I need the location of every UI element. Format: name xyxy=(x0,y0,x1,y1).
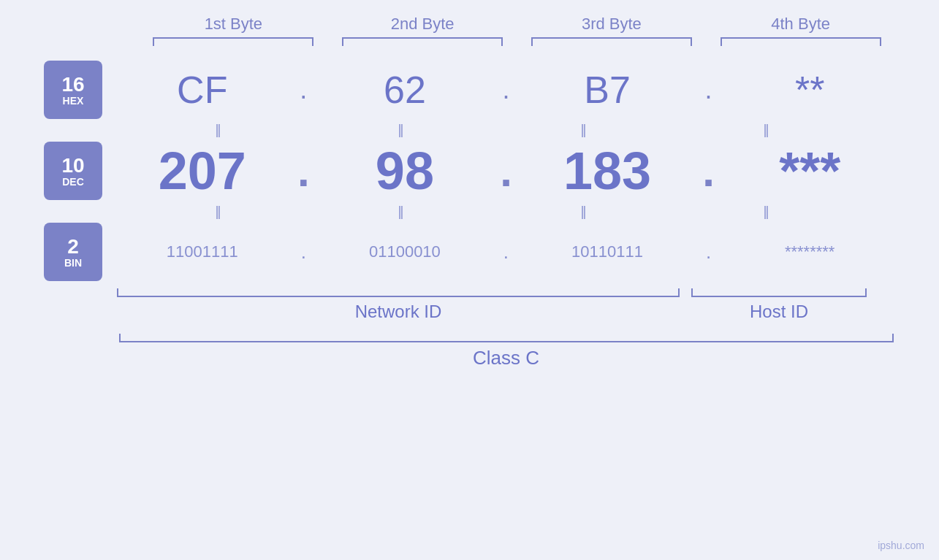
equals-row-2: ‖ ‖ ‖ ‖ xyxy=(44,201,895,223)
bin-b4: ******** xyxy=(729,242,890,261)
header-brackets xyxy=(44,37,895,46)
network-id-label: Network ID xyxy=(355,302,442,322)
bracket-4 xyxy=(721,37,881,46)
host-id-bracket xyxy=(691,288,867,297)
host-id-section: Host ID xyxy=(691,288,867,322)
dec-badge-wrap: 10 DEC xyxy=(44,142,117,200)
id-section: Network ID Host ID xyxy=(44,288,895,322)
hex-b3: B7 xyxy=(527,68,688,112)
dec-values: 207 . 98 . 183 . *** xyxy=(117,141,895,201)
bin-values: 11001111 . 01100010 . 10110111 . *******… xyxy=(117,241,895,264)
bin-badge-wrap: 2 BIN xyxy=(44,223,117,281)
veq-1-b1: ‖ xyxy=(139,122,300,138)
bin-base: 2 xyxy=(67,236,79,258)
bin-badge: 2 BIN xyxy=(44,223,102,281)
bracket-3 xyxy=(531,37,692,46)
dec-dot-1: . xyxy=(292,146,314,196)
hex-row: 16 HEX CF . 62 . B7 . ** xyxy=(44,61,895,119)
dec-dot-2: . xyxy=(495,146,517,196)
dec-badge: 10 DEC xyxy=(44,142,102,200)
veq-2-b3: ‖ xyxy=(504,204,665,220)
dec-base: 10 xyxy=(61,155,84,177)
byte-header-4: 4th Byte xyxy=(721,15,881,34)
hex-dot-1: . xyxy=(292,74,314,105)
bin-dot-1: . xyxy=(292,241,314,264)
hex-dot-2: . xyxy=(495,74,517,105)
hex-b1: CF xyxy=(122,68,283,112)
dec-b3: 183 xyxy=(527,141,688,201)
bin-dot-3: . xyxy=(698,241,720,264)
byte-header-2: 2nd Byte xyxy=(342,15,503,34)
dec-dot-3: . xyxy=(698,146,720,196)
hex-b4: ** xyxy=(729,68,890,112)
bin-label: BIN xyxy=(64,258,82,268)
equals-row-1: ‖ ‖ ‖ ‖ xyxy=(44,119,895,141)
dec-b1: 207 xyxy=(122,141,283,201)
bin-b2: 01100010 xyxy=(324,242,485,261)
dec-row: 10 DEC 207 . 98 . 183 . *** xyxy=(44,141,895,201)
hex-badge-wrap: 16 HEX xyxy=(44,61,117,119)
byte-header-1: 1st Byte xyxy=(153,15,313,34)
hex-label: HEX xyxy=(63,96,84,106)
class-c-label: Class C xyxy=(473,347,539,369)
bin-row: 2 BIN 11001111 . 01100010 . 10110111 . *… xyxy=(44,223,895,281)
veq-1-b3: ‖ xyxy=(504,122,665,138)
veq-2-b2: ‖ xyxy=(322,204,482,220)
byte-headers: 1st Byte 2nd Byte 3rd Byte 4th Byte xyxy=(44,15,895,34)
class-row: Class C xyxy=(44,334,895,369)
hex-b2: 62 xyxy=(324,68,485,112)
veq-1-b2: ‖ xyxy=(322,122,482,138)
dec-b2: 98 xyxy=(324,141,485,201)
hex-values: CF . 62 . B7 . ** xyxy=(117,68,895,112)
bin-b1: 11001111 xyxy=(122,242,283,261)
veq-1-b4: ‖ xyxy=(687,122,848,138)
network-id-bracket xyxy=(117,288,680,297)
bracket-1 xyxy=(153,37,313,46)
host-id-label: Host ID xyxy=(750,302,808,322)
hex-badge: 16 HEX xyxy=(44,61,102,119)
dec-label: DEC xyxy=(62,177,84,187)
veq-2-b1: ‖ xyxy=(139,204,300,220)
dec-b4: *** xyxy=(729,141,890,201)
bin-dot-2: . xyxy=(495,241,517,264)
bracket-2 xyxy=(342,37,503,46)
hex-base: 16 xyxy=(61,74,84,96)
bin-b3: 10110111 xyxy=(527,242,688,261)
main-container: 1st Byte 2nd Byte 3rd Byte 4th Byte 16 H… xyxy=(0,0,939,560)
byte-header-3: 3rd Byte xyxy=(531,15,692,34)
hex-dot-3: . xyxy=(698,74,720,105)
network-id-section: Network ID xyxy=(117,288,680,322)
watermark: ipshu.com xyxy=(878,540,924,551)
class-c-bracket xyxy=(119,334,894,342)
veq-2-b4: ‖ xyxy=(687,204,848,220)
